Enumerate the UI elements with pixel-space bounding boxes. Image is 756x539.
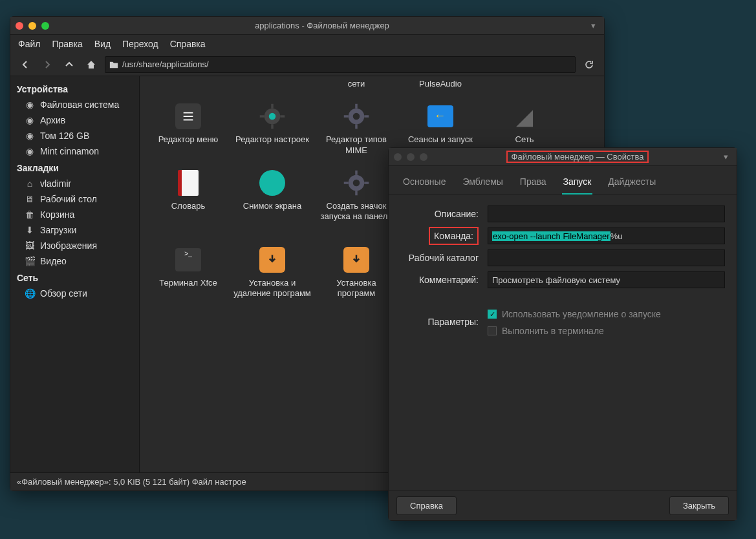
close-icon[interactable] <box>16 22 23 30</box>
command-input[interactable]: exo-open --launch FileManager %u <box>488 227 725 244</box>
app-icon[interactable]: PulseAudio <box>398 79 482 98</box>
sidebar-item-video[interactable]: 🎬Видео <box>10 253 139 269</box>
minimize-icon[interactable] <box>28 22 36 30</box>
tab-emblems[interactable]: Эмблемы <box>461 173 504 195</box>
svg-rect-7 <box>260 116 265 118</box>
description-input[interactable] <box>488 206 725 222</box>
dl-icon <box>258 246 286 274</box>
app-icon[interactable]: Редактор типов MIME <box>314 98 398 165</box>
terminal-checkbox[interactable]: ✓ <box>488 326 497 335</box>
svg-rect-19 <box>344 182 349 184</box>
button-bar: Справка Закрыть <box>389 491 737 520</box>
globe-icon: 🌐 <box>25 288 35 299</box>
sidebar-item-images[interactable]: 🖼Изображения <box>10 238 139 253</box>
svg-rect-14 <box>364 116 369 118</box>
workdir-input[interactable] <box>488 249 725 266</box>
download-icon: ⬇ <box>25 225 35 235</box>
sidebar-bookmarks-head: Закладки <box>10 159 139 176</box>
svg-point-16 <box>353 180 360 187</box>
menu-help[interactable]: Справка <box>170 39 206 49</box>
app-icon[interactable]: Редактор меню <box>146 98 230 165</box>
dl-icon <box>342 246 371 274</box>
menu-file[interactable]: Файл <box>18 39 40 49</box>
app-label: Сеть <box>515 134 534 145</box>
sidebar-item-downloads[interactable]: ⬇Загрузки <box>10 222 139 238</box>
session-icon <box>426 102 455 131</box>
video-icon: 🎬 <box>25 256 35 266</box>
sidebar-item-network[interactable]: 🌐Обзор сети <box>10 286 139 301</box>
tab-launch[interactable]: Запуск <box>562 173 593 195</box>
tabs: Основные Эмблемы Права Запуск Дайджесты <box>389 166 737 195</box>
app-icon[interactable]: Создать значок запуска на панели <box>314 165 398 242</box>
app-icon[interactable]: Установка и удаление программ <box>230 242 314 311</box>
svg-rect-6 <box>271 125 274 129</box>
help-button[interactable]: Справка <box>396 496 457 515</box>
sidebar-network-head: Сеть <box>10 269 139 286</box>
sidebar-item-desktop[interactable]: 🖥Рабочий стол <box>10 191 139 207</box>
sidebar-item-trash[interactable]: 🗑Корзина <box>10 207 139 222</box>
notify-label: Использовать уведомление о запуске <box>502 309 661 319</box>
path-input[interactable]: /usr/share/applications/ <box>105 56 576 73</box>
wifi-icon: ◢ <box>510 102 539 131</box>
svg-rect-11 <box>355 104 358 109</box>
svg-rect-13 <box>344 116 349 118</box>
folder-icon <box>109 60 118 69</box>
app-icon <box>230 79 314 98</box>
props-titlebar: Файловый менеджер — Свойства ▾ <box>389 148 737 166</box>
app-icon[interactable]: Снимок экрана <box>230 165 314 242</box>
svg-rect-8 <box>280 116 285 118</box>
app-icon[interactable]: Установка программ <box>314 242 398 311</box>
menu-view[interactable]: Вид <box>94 39 111 49</box>
app-icon[interactable]: Словарь <box>146 165 230 242</box>
svg-rect-12 <box>355 125 358 129</box>
forward-button[interactable] <box>39 56 56 73</box>
sidebar-item-home[interactable]: ⌂vladimir <box>10 176 139 191</box>
app-label: Словарь <box>171 201 205 211</box>
menu-icon <box>174 102 202 131</box>
tab-general[interactable]: Основные <box>402 173 447 195</box>
maximize-icon[interactable] <box>420 153 427 161</box>
label-command: Команда: <box>400 231 481 241</box>
app-label: Сеансы и запуск <box>408 134 473 145</box>
app-icon[interactable]: Редактор настроек <box>230 98 314 165</box>
minimize-icon[interactable] <box>407 153 415 161</box>
home-button[interactable] <box>83 56 100 73</box>
sidebar-item-volume[interactable]: ◉Том 126 GB <box>10 128 139 143</box>
comment-input[interactable]: Просмотреть файловую систему <box>488 271 725 288</box>
properties-window: Файловый менеджер — Свойства ▾ Основные … <box>388 147 737 521</box>
form: Описание: Команда: exo-open --launch Fil… <box>389 195 737 346</box>
menu-chevron-icon[interactable]: ▾ <box>720 152 731 162</box>
svg-rect-18 <box>355 191 358 195</box>
svg-point-4 <box>269 113 276 120</box>
fm-titlebar: applications - Файловый менеджер ▾ <box>10 17 604 35</box>
maximize-icon[interactable] <box>41 22 49 30</box>
sidebar-item-mint[interactable]: ◉Mint cinnamon <box>10 143 139 159</box>
window-title: applications - Файловый менеджер <box>57 21 587 30</box>
app-icon[interactable]: сети <box>314 79 398 98</box>
label-workdir: Рабочий каталог <box>400 253 481 263</box>
label-params: Параметры: <box>400 317 481 327</box>
up-button[interactable] <box>61 56 78 73</box>
sidebar-item-filesystem[interactable]: ◉Файловая система <box>10 97 139 112</box>
close-button[interactable]: Закрыть <box>669 496 729 515</box>
svg-rect-20 <box>364 182 369 184</box>
home-icon: ⌂ <box>25 178 35 189</box>
svg-rect-2 <box>184 120 193 121</box>
menu-chevron-icon[interactable]: ▾ <box>587 21 599 30</box>
notify-checkbox[interactable]: ✓ <box>488 310 497 319</box>
tab-digests[interactable]: Дайджесты <box>607 173 657 195</box>
terminal-label: Выполнить в терминале <box>502 326 604 336</box>
label-description: Описание: <box>400 209 481 219</box>
archive-icon: ◉ <box>25 115 35 125</box>
disk-icon: ◉ <box>25 146 35 156</box>
menu-edit[interactable]: Правка <box>52 39 82 49</box>
reload-button[interactable] <box>581 56 598 73</box>
toolbar: /usr/share/applications/ <box>10 53 604 76</box>
tab-permissions[interactable]: Права <box>519 173 548 195</box>
menu-go[interactable]: Переход <box>122 39 158 49</box>
back-button[interactable] <box>17 56 34 73</box>
close-icon[interactable] <box>394 153 402 161</box>
desktop-icon: 🖥 <box>25 194 35 204</box>
sidebar-item-archive[interactable]: ◉Архив <box>10 112 139 128</box>
app-icon[interactable]: Терминал Xfce <box>146 242 230 311</box>
